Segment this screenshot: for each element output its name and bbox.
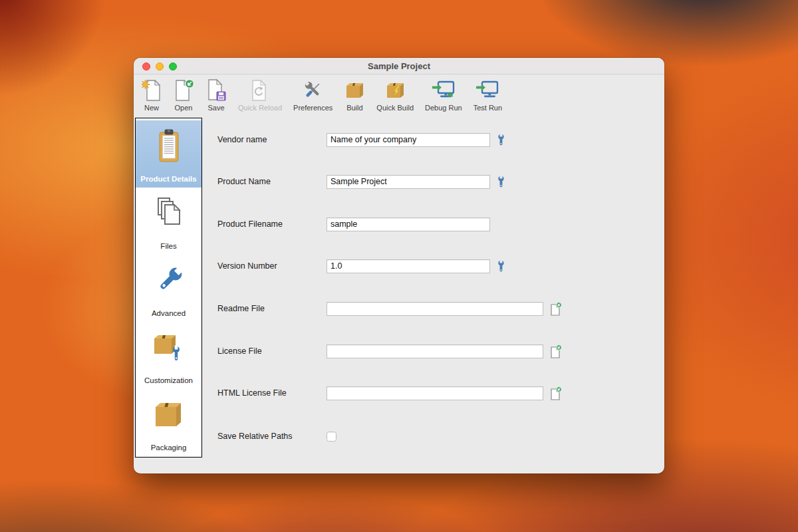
field-label: Vendor name [217, 135, 327, 144]
toolbar-preferences-button[interactable]: Preferences [293, 78, 332, 112]
wrench-icon [151, 255, 187, 307]
titlebar[interactable]: Sample Project [134, 58, 664, 74]
form-row: Product Filename [217, 217, 658, 231]
quick-build-icon [384, 78, 406, 103]
form-row: Vendor name [217, 132, 658, 147]
file-picker-icon[interactable] [550, 302, 562, 316]
field-label: Readme File [217, 304, 327, 313]
file-picker-icon[interactable] [550, 344, 562, 358]
close-button[interactable] [142, 63, 150, 70]
form-row: Version Number [217, 259, 658, 273]
zoom-button[interactable] [169, 63, 177, 70]
preferences-icon [299, 78, 327, 103]
test-run-icon [475, 78, 499, 103]
minimize-button[interactable] [156, 63, 164, 70]
field-label: Product Filename [217, 219, 327, 229]
html-license-file-input[interactable] [327, 386, 543, 400]
files-icon [153, 188, 185, 239]
sidebar-item-label: Files [160, 242, 176, 250]
field-wrench-icon[interactable] [497, 134, 505, 146]
sidebar: Product Details Files [135, 118, 202, 458]
field-label: Save Relative Paths [217, 432, 327, 441]
toolbar-label: New [144, 104, 159, 112]
quick-reload-icon [250, 78, 270, 103]
toolbar-label: Test Run [473, 104, 502, 112]
sidebar-item-label: Advanced [152, 309, 186, 317]
sidebar-item-packaging[interactable]: Packaging [136, 389, 201, 456]
sidebar-item-label: Product Details [140, 175, 196, 183]
toolbar-label: Preferences [293, 104, 332, 112]
toolbar-label: Save [207, 104, 224, 112]
clipboard-icon [154, 120, 184, 172]
sidebar-item-label: Customization [144, 376, 193, 384]
packaging-box-icon [151, 389, 187, 441]
toolbar-test-run-button[interactable]: Test Run [473, 78, 502, 112]
toolbar-build-button[interactable]: Build [344, 78, 365, 112]
box-with-wrench-icon [151, 322, 187, 374]
toolbar-label: Quick Reload [238, 104, 282, 112]
toolbar-label: Quick Build [376, 104, 414, 112]
sidebar-item-advanced[interactable]: Advanced [136, 255, 201, 322]
traffic-lights [142, 58, 177, 74]
save-icon [205, 78, 227, 103]
window-title: Sample Project [368, 61, 430, 71]
toolbar: New Open [134, 75, 664, 116]
license-file-input[interactable] [327, 344, 543, 358]
form-row: HTML License File [217, 386, 658, 400]
toolbar-save-button[interactable]: Save [205, 78, 227, 112]
toolbar-label: Open [175, 104, 193, 112]
sidebar-item-label: Packaging [151, 444, 187, 452]
file-picker-icon[interactable] [550, 386, 562, 400]
product-filename-input[interactable] [327, 217, 490, 231]
sidebar-item-files[interactable]: Files [136, 188, 201, 255]
version-number-input[interactable] [327, 259, 490, 273]
field-label: HTML License File [217, 388, 327, 398]
open-document-icon [173, 78, 194, 103]
app-window: Sample Project New [134, 58, 664, 473]
field-wrench-icon[interactable] [497, 260, 505, 272]
form-panel: Vendor name Product Name [203, 118, 664, 473]
toolbar-new-button[interactable]: New [142, 78, 162, 112]
save-relative-paths-checkbox[interactable] [327, 432, 336, 442]
field-label: Version Number [217, 261, 327, 271]
toolbar-debug-run-button[interactable]: Debug Run [425, 78, 462, 112]
readme-file-input[interactable] [327, 302, 543, 316]
desktop-wallpaper: Sample Project New [0, 0, 798, 532]
form-row: Product Name [217, 174, 658, 189]
debug-run-icon [432, 78, 456, 103]
toolbar-label: Build [346, 104, 362, 112]
new-document-icon [142, 78, 162, 103]
build-box-icon [344, 78, 365, 103]
toolbar-quick-build-button[interactable]: Quick Build [376, 78, 414, 112]
form-row: License File [217, 344, 658, 358]
field-label: License File [217, 346, 327, 356]
toolbar-label: Debug Run [425, 104, 462, 112]
sidebar-item-product-details[interactable]: Product Details [136, 120, 201, 188]
field-label: Product Name [217, 177, 327, 186]
toolbar-open-button[interactable]: Open [173, 78, 194, 112]
sidebar-item-customization[interactable]: Customization [136, 322, 201, 389]
form-row: Save Relative Paths [217, 429, 658, 444]
toolbar-quick-reload-button[interactable]: Quick Reload [238, 78, 282, 112]
form-row: Readme File [217, 301, 658, 316]
field-wrench-icon[interactable] [497, 176, 505, 188]
vendor-name-input[interactable] [327, 133, 490, 147]
product-name-input[interactable] [327, 175, 490, 189]
